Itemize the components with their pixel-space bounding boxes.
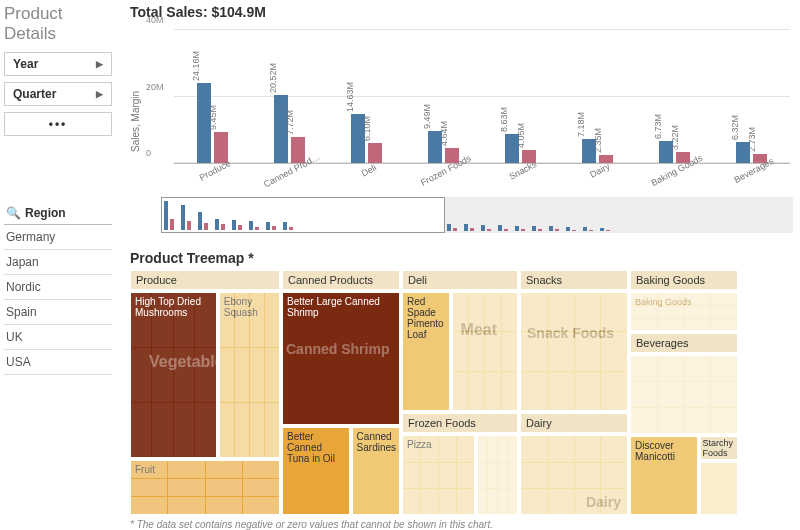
bar-group[interactable]: 6.32M2.73M [713,30,790,163]
overview-bar [589,230,593,231]
treemap-header[interactable]: Baking Goods [630,270,738,290]
region-item[interactable]: Japan [4,250,112,275]
bar-group[interactable]: 8.63M4.05M [482,30,559,163]
chevron-right-icon: ▶ [96,89,103,99]
overview-bar [289,227,293,230]
overview-bar [447,224,451,231]
treemap-cell[interactable]: Discover Manicotti [630,436,698,515]
bar-group[interactable]: 14.63M6.10M [328,30,405,163]
overview-bar [464,224,468,231]
bar-group[interactable]: 9.49M4.64M [405,30,482,163]
bar-value-label: 2.35M [593,128,603,153]
overview-bar [238,225,242,230]
chevron-right-icon: ▶ [96,59,103,69]
treemap-cell[interactable] [630,355,738,434]
overview-bar [498,225,502,231]
treemap-header[interactable]: Frozen Foods [402,413,518,433]
bar-value-label: 4.05M [516,123,526,148]
page-title: Product Details [4,4,112,44]
treemap-cell[interactable]: Meat [452,292,518,411]
sales-margin-chart[interactable]: Sales, Margin 0 20M 40M 24.16M9.45M20.52… [130,22,794,192]
overview-bar [181,205,185,230]
region-item[interactable]: Nordic [4,275,112,300]
overview-bar [572,230,576,231]
bar-value-label: 7.72M [285,110,295,135]
bar-value-label: 6.32M [730,115,740,140]
treemap-cell[interactable]: Ebony Squash [219,292,280,458]
total-sales: Total Sales: $104.9M [130,4,794,20]
overview-bar [283,222,287,230]
overview-bar [249,221,253,230]
overview-bar [549,226,553,231]
bar-value-label: 9.49M [422,104,432,129]
overview-bar [566,227,570,231]
y-tick: 20M [146,82,164,92]
overview-bar [555,229,559,231]
overview-bar [521,229,525,231]
bar-value-label: 14.63M [345,82,355,112]
treemap-cell[interactable]: Better Canned Tuna in Oil [282,427,350,515]
overview-bar [487,229,491,231]
overview-bar [255,227,259,230]
treemap-header[interactable]: Dairy [520,413,628,433]
overview-bar [204,223,208,230]
region-header[interactable]: 🔍 Region [4,202,112,225]
search-icon: 🔍 [6,206,21,220]
treemap-header[interactable]: Starchy Foods [700,436,738,460]
overview-bar [532,226,536,231]
treemap-cell[interactable]: Pizza [402,435,475,515]
treemap-title: Product Treemap * [130,250,794,266]
treemap-cell[interactable]: High Top Dried Mushrooms Vegetables [130,292,217,458]
treemap-cell[interactable]: Better Large Canned Shrimp Canned Shrimp [282,292,400,425]
bar-group[interactable]: 20.52M7.72M [251,30,328,163]
treemap-footnote: * The data set contains negative or zero… [130,519,794,530]
bar-group[interactable]: 7.18M2.35M [559,30,636,163]
bar-value-label: 4.64M [439,121,449,146]
region-item[interactable]: UK [4,325,112,350]
y-tick: 0 [146,148,151,158]
quarter-filter[interactable]: Quarter ▶ [4,82,112,106]
treemap-cell[interactable]: Baking Goods [630,292,738,331]
bar-group[interactable]: 6.73M3.22M [636,30,713,163]
overview-bar [453,228,457,231]
more-icon: ••• [49,117,68,131]
treemap-cell[interactable] [700,462,738,515]
overview-bar [272,226,276,230]
treemap-cell[interactable]: Fruit [130,460,280,515]
treemap-cell[interactable]: Canned Sardines [352,427,400,515]
treemap-header[interactable]: Deli [402,270,518,290]
overview-bar [470,228,474,231]
bar-value-label: 6.10M [362,116,372,141]
region-item[interactable]: USA [4,350,112,375]
chart-overview-scroller[interactable] [160,196,794,234]
bar-group[interactable]: 24.16M9.45M [174,30,251,163]
overview-bar [221,224,225,230]
region-item[interactable]: Germany [4,225,112,250]
treemap-header[interactable]: Snacks [520,270,628,290]
treemap-cell[interactable]: Snack Foods [520,292,628,411]
treemap-header[interactable]: Beverages [630,333,738,353]
overview-bar [515,226,519,232]
y-axis-label: Sales, Margin [130,22,144,192]
product-treemap[interactable]: Produce High Top Dried Mushrooms Vegetab… [130,270,794,515]
bar-value-label: 24.16M [191,51,201,81]
treemap-group-label: Canned Shrimp [286,341,389,357]
treemap-cell[interactable]: Red Spade Pimento Loaf [402,292,450,411]
bar-value-label: 3.22M [670,125,680,150]
overview-bar [266,222,270,230]
overview-bar [538,229,542,231]
overview-bar [187,221,191,230]
treemap-header[interactable]: Produce [130,270,280,290]
overview-bar [481,225,485,231]
bar-value-label: 7.18M [576,112,586,137]
bar-value-label: 2.73M [747,127,757,152]
more-filters-button[interactable]: ••• [4,112,112,136]
treemap-header[interactable]: Canned Products [282,270,400,290]
overview-bar [606,230,610,231]
treemap-cell[interactable] [477,435,518,515]
overview-bar [164,201,168,230]
treemap-cell[interactable]: Dairy [520,435,628,515]
overview-bar [600,228,604,231]
region-item[interactable]: Spain [4,300,112,325]
year-filter[interactable]: Year ▶ [4,52,112,76]
